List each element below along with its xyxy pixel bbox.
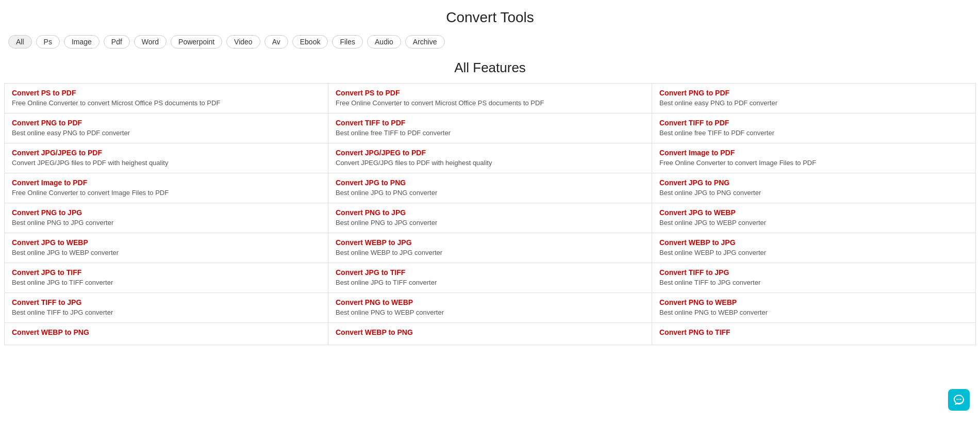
cell-desc-21: Best online TIFF to JPG converter bbox=[12, 309, 321, 316]
cell-title-14: Convert JPG to WEBP bbox=[659, 208, 968, 217]
grid-cell-11[interactable]: Convert JPG to PNGBest online JPG to PNG… bbox=[652, 173, 976, 203]
cell-desc-18: Best online JPG to TIFF converter bbox=[12, 279, 321, 286]
grid-cell-13[interactable]: Convert PNG to JPGBest online PNG to JPG… bbox=[328, 203, 652, 233]
grid-cell-17[interactable]: Convert WEBP to JPGBest online WEBP to J… bbox=[652, 233, 976, 263]
cell-title-21: Convert TIFF to JPG bbox=[12, 298, 321, 306]
grid-cell-7[interactable]: Convert JPG/JPEG to PDFConvert JPEG/JPG … bbox=[328, 143, 652, 173]
cell-desc-11: Best online JPG to PNG converter bbox=[659, 189, 968, 197]
cell-desc-1: Free Online Converter to convert Microst… bbox=[336, 99, 644, 107]
filter-pill-av[interactable]: Av bbox=[264, 35, 288, 48]
cell-title-18: Convert JPG to TIFF bbox=[12, 268, 321, 277]
cell-title-1: Convert PS to PDF bbox=[336, 89, 644, 97]
grid-cell-22[interactable]: Convert PNG to WEBPBest online PNG to WE… bbox=[328, 293, 652, 323]
filter-pill-video[interactable]: Video bbox=[226, 35, 260, 48]
cell-title-13: Convert PNG to JPG bbox=[336, 208, 644, 217]
cell-title-26: Convert PNG to TIFF bbox=[659, 328, 968, 336]
cell-desc-8: Free Online Converter to convert Image F… bbox=[659, 159, 968, 167]
cell-title-12: Convert PNG to JPG bbox=[12, 208, 321, 217]
grid-cell-1[interactable]: Convert PS to PDFFree Online Converter t… bbox=[328, 84, 652, 114]
grid-cell-0[interactable]: Convert PS to PDFFree Online Converter t… bbox=[5, 84, 328, 114]
cell-title-17: Convert WEBP to JPG bbox=[659, 238, 968, 247]
cell-title-9: Convert Image to PDF bbox=[12, 179, 321, 187]
cell-desc-10: Best online JPG to PNG converter bbox=[336, 189, 644, 197]
cell-desc-23: Best online PNG to WEBP converter bbox=[659, 309, 968, 316]
cell-title-23: Convert PNG to WEBP bbox=[659, 298, 968, 306]
grid-cell-23[interactable]: Convert PNG to WEBPBest online PNG to WE… bbox=[652, 293, 976, 323]
filter-pill-files[interactable]: Files bbox=[332, 35, 363, 48]
cell-desc-6: Convert JPEG/JPG files to PDF with heigh… bbox=[12, 159, 321, 167]
cell-title-15: Convert JPG to WEBP bbox=[12, 238, 321, 247]
cell-title-7: Convert JPG/JPEG to PDF bbox=[336, 149, 644, 157]
grid-cell-21[interactable]: Convert TIFF to JPGBest online TIFF to J… bbox=[5, 293, 328, 323]
filter-pill-archive[interactable]: Archive bbox=[405, 35, 445, 48]
cell-title-5: Convert TIFF to PDF bbox=[659, 119, 968, 127]
cell-desc-9: Free Online Converter to convert Image F… bbox=[12, 189, 321, 197]
filter-pill-ps[interactable]: Ps bbox=[36, 35, 60, 48]
grid-cell-12[interactable]: Convert PNG to JPGBest online PNG to JPG… bbox=[5, 203, 328, 233]
cell-desc-2: Best online easy PNG to PDF converter bbox=[659, 99, 968, 107]
grid-cell-18[interactable]: Convert JPG to TIFFBest online JPG to TI… bbox=[5, 263, 328, 293]
cell-desc-14: Best online JPG to WEBP converter bbox=[659, 219, 968, 226]
cell-title-8: Convert Image to PDF bbox=[659, 149, 968, 157]
cell-desc-0: Free Online Converter to convert Microst… bbox=[12, 99, 321, 107]
cell-desc-13: Best online PNG to JPG converter bbox=[336, 219, 644, 226]
cell-title-6: Convert JPG/JPEG to PDF bbox=[12, 149, 321, 157]
grid-cell-24[interactable]: Convert WEBP to PNG bbox=[5, 323, 328, 345]
cell-title-2: Convert PNG to PDF bbox=[659, 89, 968, 97]
filter-pill-all[interactable]: All bbox=[8, 35, 32, 48]
cell-title-22: Convert PNG to WEBP bbox=[336, 298, 644, 306]
page-title: Convert Tools bbox=[0, 0, 980, 31]
grid-cell-8[interactable]: Convert Image to PDFFree Online Converte… bbox=[652, 143, 976, 173]
grid-cell-20[interactable]: Convert TIFF to JPGBest online TIFF to J… bbox=[652, 263, 976, 293]
cell-desc-17: Best online WEBP to JPG converter bbox=[659, 249, 968, 256]
cell-desc-7: Convert JPEG/JPG files to PDF with heigh… bbox=[336, 159, 644, 167]
cell-title-24: Convert WEBP to PNG bbox=[12, 328, 321, 336]
filter-bar: AllPsImagePdfWordPowerpointVideoAvEbookF… bbox=[0, 31, 980, 55]
cell-desc-5: Best online free TIFF to PDF converter bbox=[659, 129, 968, 137]
cell-title-11: Convert JPG to PNG bbox=[659, 179, 968, 187]
grid-cell-5[interactable]: Convert TIFF to PDFBest online free TIFF… bbox=[652, 114, 976, 143]
grid-cell-2[interactable]: Convert PNG to PDFBest online easy PNG t… bbox=[652, 84, 976, 114]
cell-desc-22: Best online PNG to WEBP converter bbox=[336, 309, 644, 316]
cell-desc-3: Best online easy PNG to PDF converter bbox=[12, 129, 321, 137]
cell-desc-19: Best online JPG to TIFF converter bbox=[336, 279, 644, 286]
grid-cell-9[interactable]: Convert Image to PDFFree Online Converte… bbox=[5, 173, 328, 203]
cell-desc-12: Best online PNG to JPG converter bbox=[12, 219, 321, 226]
cell-desc-4: Best online free TIFF to PDF converter bbox=[336, 129, 644, 137]
filter-pill-powerpoint[interactable]: Powerpoint bbox=[171, 35, 222, 48]
grid-cell-4[interactable]: Convert TIFF to PDFBest online free TIFF… bbox=[328, 114, 652, 143]
section-title: All Features bbox=[0, 55, 980, 83]
grid-cell-15[interactable]: Convert JPG to WEBPBest online JPG to WE… bbox=[5, 233, 328, 263]
grid-cell-6[interactable]: Convert JPG/JPEG to PDFConvert JPEG/JPG … bbox=[5, 143, 328, 173]
grid-cell-10[interactable]: Convert JPG to PNGBest online JPG to PNG… bbox=[328, 173, 652, 203]
cell-title-19: Convert JPG to TIFF bbox=[336, 268, 644, 277]
filter-pill-word[interactable]: Word bbox=[134, 35, 167, 48]
grid-cell-19[interactable]: Convert JPG to TIFFBest online JPG to TI… bbox=[328, 263, 652, 293]
grid-cell-25[interactable]: Convert WEBP to PNG bbox=[328, 323, 652, 345]
cell-desc-20: Best online TIFF to JPG converter bbox=[659, 279, 968, 286]
filter-pill-image[interactable]: Image bbox=[64, 35, 99, 48]
grid-cell-16[interactable]: Convert WEBP to JPGBest online WEBP to J… bbox=[328, 233, 652, 263]
cell-title-3: Convert PNG to PDF bbox=[12, 119, 321, 127]
cell-desc-15: Best online JPG to WEBP converter bbox=[12, 249, 321, 256]
cell-title-4: Convert TIFF to PDF bbox=[336, 119, 644, 127]
grid-cell-3[interactable]: Convert PNG to PDFBest online easy PNG t… bbox=[5, 114, 328, 143]
cell-title-10: Convert JPG to PNG bbox=[336, 179, 644, 187]
cell-title-25: Convert WEBP to PNG bbox=[336, 328, 644, 336]
filter-pill-audio[interactable]: Audio bbox=[367, 35, 401, 48]
filter-pill-pdf[interactable]: Pdf bbox=[104, 35, 130, 48]
cell-desc-16: Best online WEBP to JPG converter bbox=[336, 249, 644, 256]
cell-title-0: Convert PS to PDF bbox=[12, 89, 321, 97]
grid-cell-14[interactable]: Convert JPG to WEBPBest online JPG to WE… bbox=[652, 203, 976, 233]
filter-pill-ebook[interactable]: Ebook bbox=[292, 35, 328, 48]
cell-title-20: Convert TIFF to JPG bbox=[659, 268, 968, 277]
features-grid: Convert PS to PDFFree Online Converter t… bbox=[4, 83, 976, 345]
cell-title-16: Convert WEBP to JPG bbox=[336, 238, 644, 247]
grid-cell-26[interactable]: Convert PNG to TIFF bbox=[652, 323, 976, 345]
